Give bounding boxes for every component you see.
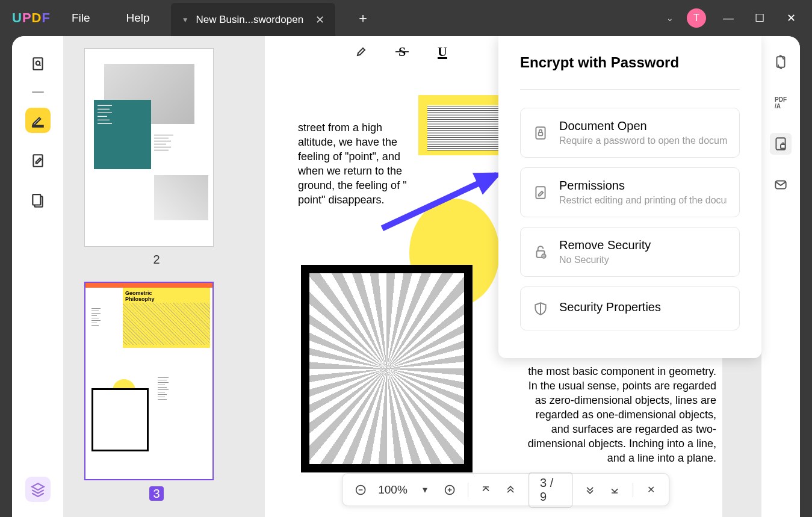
option-desc: Restrict editing and printing of the doc… bbox=[559, 195, 727, 206]
zoom-dropdown-icon[interactable]: ▾ bbox=[418, 482, 432, 498]
highlight-icon[interactable] bbox=[352, 42, 371, 61]
thumbnail-panel: ▬▬▬▬▬▬▬▬▬▬▬▬▬▬▬▬▬▬▬▬▬▬▬▬▬▬▬▬▬▬▬▬ ▬▬▬▬▬▬▬… bbox=[63, 36, 250, 517]
svg-rect-9 bbox=[539, 132, 543, 135]
thumbnail-label: 3 bbox=[149, 486, 164, 501]
add-tab-button[interactable]: ＋ bbox=[341, 9, 385, 27]
highlighter-icon[interactable] bbox=[25, 108, 51, 133]
prev-page-button[interactable] bbox=[504, 482, 518, 498]
maximize-button[interactable]: ☐ bbox=[751, 11, 769, 25]
minimize-button[interactable]: — bbox=[719, 12, 737, 25]
first-page-button[interactable] bbox=[479, 482, 493, 498]
close-bar-button[interactable]: ✕ bbox=[644, 482, 658, 498]
pages-icon[interactable] bbox=[25, 188, 51, 214]
zoom-in-button[interactable] bbox=[443, 482, 457, 498]
svg-rect-0 bbox=[33, 58, 42, 70]
doc-text: the most basic component in geometry. In… bbox=[521, 364, 716, 465]
zoom-out-button[interactable] bbox=[353, 482, 367, 498]
document-open-option[interactable]: Document Open Require a password to open… bbox=[520, 108, 740, 158]
tab-title: New Busin...swordopen bbox=[196, 14, 304, 26]
close-icon[interactable]: ✕ bbox=[315, 13, 324, 26]
panel-title: Encrypt with Password bbox=[520, 54, 740, 90]
app-logo: UPDF bbox=[12, 10, 51, 26]
edit-page-icon[interactable] bbox=[25, 148, 51, 173]
option-desc: Require a password to open the document bbox=[559, 135, 727, 146]
doc-image bbox=[301, 265, 473, 472]
encrypt-panel: Encrypt with Password Document Open Requ… bbox=[498, 36, 761, 358]
document-tab[interactable]: ▼ New Busin...swordopen ✕ bbox=[171, 3, 335, 36]
option-label: Remove Security bbox=[559, 238, 727, 252]
tab-dropdown-icon[interactable]: ▼ bbox=[182, 16, 189, 24]
permissions-option[interactable]: Permissions Restrict editing and printin… bbox=[520, 167, 740, 217]
pdfa-icon[interactable]: PDF/A bbox=[770, 92, 792, 114]
option-label: Security Properties bbox=[559, 300, 727, 314]
security-properties-option[interactable]: Security Properties bbox=[520, 286, 740, 330]
option-label: Permissions bbox=[559, 179, 727, 193]
right-toolbar: PDF/A bbox=[761, 36, 800, 517]
layers-icon[interactable] bbox=[25, 477, 51, 502]
menu-file[interactable]: File bbox=[57, 11, 105, 25]
underline-icon[interactable]: U bbox=[433, 42, 452, 61]
svg-rect-2 bbox=[33, 126, 43, 127]
option-desc: No Security bbox=[559, 255, 727, 265]
thumbnail-page-3[interactable]: Geometric Philosophy ▬▬▬▬▬▬▬▬▬▬▬▬▬▬▬▬▬▬▬… bbox=[84, 282, 229, 501]
close-window-button[interactable]: ✕ bbox=[782, 11, 800, 25]
rotate-icon[interactable] bbox=[770, 51, 792, 73]
svg-rect-5 bbox=[33, 194, 40, 205]
avatar[interactable]: T bbox=[687, 8, 706, 28]
chevron-down-icon[interactable]: ⌄ bbox=[666, 13, 674, 23]
mail-icon[interactable] bbox=[770, 174, 792, 196]
option-label: Document Open bbox=[559, 119, 727, 133]
edit-document-icon bbox=[533, 185, 548, 200]
unlock-icon bbox=[533, 244, 548, 260]
thumbnail-label: 2 bbox=[84, 253, 229, 267]
doc-text: street from a high altitude, we have the… bbox=[298, 120, 418, 207]
format-toolbar: S U bbox=[352, 42, 452, 61]
strikethrough-icon[interactable]: S bbox=[392, 42, 412, 61]
svg-rect-8 bbox=[536, 127, 545, 139]
shield-icon bbox=[533, 301, 548, 317]
thumbnail-page-2[interactable]: ▬▬▬▬▬▬▬▬▬▬▬▬▬▬▬▬▬▬▬▬▬▬▬▬▬▬▬▬▬▬▬▬ ▬▬▬▬▬▬▬… bbox=[84, 48, 229, 267]
next-page-button[interactable] bbox=[583, 482, 597, 498]
separator bbox=[32, 91, 44, 93]
workspace: ▬▬▬▬▬▬▬▬▬▬▬▬▬▬▬▬▬▬▬▬▬▬▬▬▬▬▬▬▬▬▬▬ ▬▬▬▬▬▬▬… bbox=[12, 36, 800, 517]
remove-security-option[interactable]: Remove Security No Security bbox=[520, 227, 740, 277]
last-page-button[interactable] bbox=[608, 482, 622, 498]
zoom-level: 100% bbox=[378, 483, 408, 497]
title-bar: UPDF File Help ▼ New Busin...swordopen ✕… bbox=[0, 0, 812, 36]
protect-document-icon[interactable] bbox=[770, 133, 792, 155]
left-toolbar bbox=[12, 36, 63, 517]
menu-help[interactable]: Help bbox=[111, 11, 165, 25]
search-page-icon[interactable] bbox=[25, 51, 51, 76]
svg-rect-15 bbox=[781, 144, 786, 149]
zoom-page-bar: 100% ▾ 3 / 9 ✕ bbox=[342, 473, 669, 506]
page-indicator[interactable]: 3 / 9 bbox=[528, 472, 572, 508]
lock-document-icon bbox=[533, 125, 548, 141]
